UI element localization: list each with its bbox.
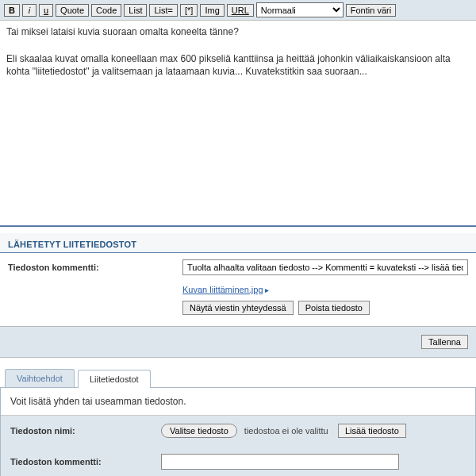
- attachments-panel: Voit lisätä yhden tai useamman tiedoston…: [0, 387, 476, 476]
- attachment-actions: Näytä viestin yhteydessä Poista tiedosto: [0, 298, 476, 323]
- bold-button[interactable]: B: [4, 4, 20, 17]
- bullet-button[interactable]: [*]: [180, 4, 198, 17]
- font-size-select[interactable]: Normaali: [256, 2, 344, 17]
- list-eq-button[interactable]: List=: [149, 4, 178, 17]
- save-bar: Tallenna: [0, 326, 476, 358]
- attached-file-link[interactable]: Kuvan liittäminen.jpg: [182, 285, 263, 294]
- add-file-button[interactable]: Lisää tiedosto: [338, 424, 406, 438]
- img-button[interactable]: Img: [200, 4, 224, 17]
- url-button[interactable]: URL: [227, 4, 254, 17]
- tabs: Vaihtoehdot Liitetiedostot: [0, 369, 476, 387]
- remove-file-button[interactable]: Poista tiedosto: [298, 301, 370, 315]
- panel-description: Voit lisätä yhden tai useamman tiedoston…: [1, 388, 475, 416]
- tab-attachments[interactable]: Liitetiedostot: [78, 370, 151, 388]
- file-status: tiedostoa ei ole valittu: [244, 426, 328, 436]
- save-button[interactable]: Tallenna: [421, 335, 468, 349]
- file-comment-label: Tiedoston kommentti:: [8, 263, 182, 272]
- attachments-header: LÄHETETYT LIITETIEDOSTOT: [0, 233, 476, 253]
- message-editor[interactable]: [0, 21, 476, 227]
- show-inline-button[interactable]: Näytä viestin yhteydessä: [182, 301, 294, 315]
- chevron-right-icon: ▸: [265, 286, 269, 294]
- underline-button[interactable]: u: [39, 4, 53, 17]
- panel-comment-label: Tiedoston kommentti:: [10, 457, 161, 466]
- list-button[interactable]: List: [124, 4, 147, 17]
- quote-button[interactable]: Quote: [56, 4, 89, 17]
- panel-comment-input[interactable]: [161, 454, 399, 470]
- filename-label: Tiedoston nimi:: [10, 426, 161, 436]
- panel-comment-row: Tiedoston kommentti:: [1, 446, 475, 476]
- code-button[interactable]: Code: [91, 4, 121, 17]
- editor-toolbar: B i u Quote Code List List= [*] Img URL …: [0, 0, 476, 21]
- file-comment-input[interactable]: [182, 259, 468, 275]
- tab-options[interactable]: Vaihtoehdot: [5, 369, 75, 387]
- choose-file-button[interactable]: Valitse tiedosto: [161, 424, 237, 438]
- font-color-button[interactable]: Fontin väri: [346, 4, 396, 17]
- file-comment-row: Tiedoston kommentti:: [0, 253, 476, 282]
- filename-row: Tiedoston nimi: Valitse tiedosto tiedost…: [1, 416, 475, 446]
- italic-button[interactable]: i: [22, 4, 36, 17]
- attached-file-row: Kuvan liittäminen.jpg▸: [0, 282, 476, 298]
